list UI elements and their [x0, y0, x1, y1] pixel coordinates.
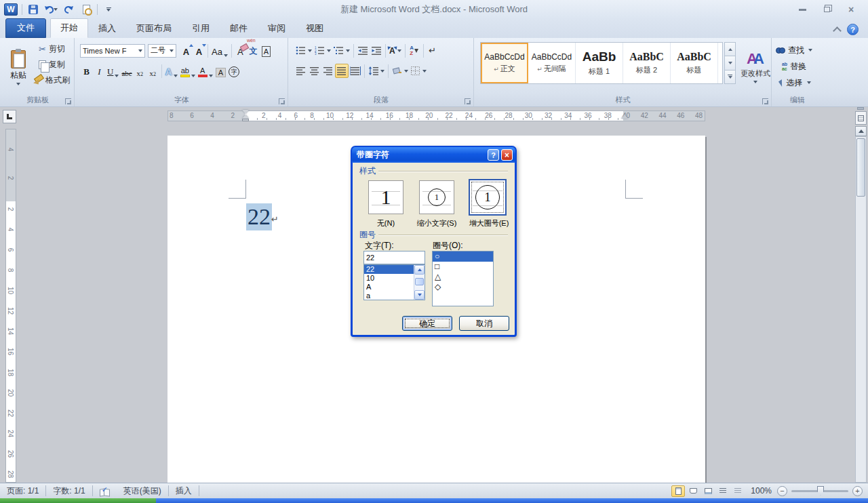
- proofing-indicator[interactable]: ✓: [93, 483, 117, 498]
- help-button[interactable]: ?: [847, 24, 859, 35]
- italic-button[interactable]: I: [93, 64, 106, 78]
- tab-mailings[interactable]: 邮件: [220, 19, 258, 38]
- grow-font-button[interactable]: A: [180, 43, 193, 58]
- numbering-arrow[interactable]: [327, 49, 331, 52]
- text-input[interactable]: [363, 251, 425, 264]
- text-effects-arrow[interactable]: [174, 75, 178, 77]
- selected-text[interactable]: 22: [246, 203, 272, 230]
- language-indicator[interactable]: 英语(美国): [117, 483, 168, 498]
- style-item-heading1[interactable]: AaBb 标题 1: [576, 43, 623, 83]
- tab-page-layout[interactable]: 页面布局: [126, 19, 182, 38]
- tab-insert[interactable]: 插入: [88, 19, 126, 38]
- enclose-characters-button[interactable]: 字: [227, 64, 241, 78]
- print-preview-button[interactable]: [79, 3, 93, 16]
- distribute-button[interactable]: [349, 64, 362, 78]
- underline-button[interactable]: U: [106, 64, 120, 78]
- superscript-button[interactable]: x2: [146, 64, 159, 78]
- replace-button[interactable]: abac 替换: [776, 60, 812, 73]
- borders-arrow[interactable]: [422, 70, 427, 73]
- align-right-button[interactable]: [321, 64, 335, 78]
- draft-view-button[interactable]: [731, 485, 745, 497]
- find-arrow[interactable]: [808, 49, 812, 52]
- list-scrollbar[interactable]: [414, 265, 425, 300]
- justify-button[interactable]: [335, 64, 349, 78]
- undo-dropdown-arrow[interactable]: [54, 8, 58, 11]
- highlight-button[interactable]: ab: [179, 64, 197, 78]
- asian-layout-arrow[interactable]: [397, 49, 401, 52]
- tab-references[interactable]: 引用: [182, 19, 220, 38]
- insert-mode-indicator[interactable]: 插入: [169, 483, 199, 498]
- zoom-out-button[interactable]: −: [777, 486, 787, 496]
- undo-button[interactable]: [44, 3, 58, 16]
- shading-button[interactable]: [391, 64, 410, 78]
- clear-formatting-button[interactable]: A: [234, 43, 247, 58]
- format-painter-button[interactable]: 格式刷: [33, 73, 71, 87]
- word-count-indicator[interactable]: 字数: 1/1: [46, 483, 92, 498]
- change-case-button[interactable]: Aa: [210, 43, 229, 58]
- split-window-handle[interactable]: [857, 107, 864, 110]
- phonetic-guide-button[interactable]: wén 文: [247, 43, 260, 58]
- copy-button[interactable]: 复制: [33, 58, 71, 71]
- indent-markers[interactable]: [242, 110, 249, 121]
- select-arrow[interactable]: [807, 81, 811, 84]
- tab-home[interactable]: 开始: [50, 18, 88, 38]
- tab-view[interactable]: 视图: [296, 19, 334, 38]
- word-logo-icon[interactable]: W: [4, 3, 18, 16]
- decrease-indent-button[interactable]: [356, 43, 370, 58]
- subscript-button[interactable]: x2: [134, 64, 146, 78]
- paragraph-dialog-launcher[interactable]: [465, 98, 471, 104]
- font-name-arrow[interactable]: [138, 49, 142, 52]
- line-spacing-button[interactable]: [367, 64, 386, 78]
- borders-button[interactable]: [410, 64, 428, 78]
- outline-view-button[interactable]: [716, 485, 730, 497]
- cancel-button[interactable]: 取消: [459, 316, 509, 331]
- highlight-arrow[interactable]: [191, 75, 195, 77]
- style-option-none[interactable]: 1: [368, 180, 403, 214]
- sort-button[interactable]: AZ: [408, 43, 421, 58]
- print-layout-view-button[interactable]: [671, 485, 685, 497]
- minimize-button[interactable]: [793, 3, 811, 16]
- ruler-toggle-button[interactable]: [855, 111, 867, 125]
- font-dialog-launcher[interactable]: [279, 98, 285, 104]
- underline-arrow[interactable]: [115, 75, 119, 77]
- style-item-no-spacing[interactable]: AaBbCcDd ↵无间隔: [528, 43, 576, 83]
- circle-option-circle[interactable]: ○: [433, 252, 493, 262]
- shading-arrow[interactable]: [404, 70, 408, 73]
- dialog-close-button[interactable]: ×: [501, 149, 513, 161]
- zoom-in-button[interactable]: +: [852, 486, 863, 496]
- save-button[interactable]: [26, 3, 40, 16]
- show-hide-marks-button[interactable]: ↵: [426, 43, 439, 58]
- gallery-more-button[interactable]: [724, 71, 736, 84]
- character-shading-button[interactable]: A: [214, 64, 227, 78]
- dialog-title-bar[interactable]: 带圈字符 ? ×: [352, 147, 515, 163]
- style-item-heading2[interactable]: AaBbC 标题 2: [623, 43, 671, 83]
- style-item-title[interactable]: AaBbC 标题: [671, 43, 718, 83]
- tab-file[interactable]: 文件: [5, 18, 46, 38]
- paste-button[interactable]: 粘贴: [5, 42, 31, 91]
- zoom-slider-track[interactable]: [791, 490, 848, 492]
- align-left-button[interactable]: [294, 64, 308, 78]
- bold-button[interactable]: B: [80, 64, 93, 78]
- font-color-button[interactable]: A: [197, 64, 214, 78]
- find-button[interactable]: 查找: [776, 43, 812, 57]
- reading-view-button[interactable]: [686, 485, 700, 497]
- tab-stop-selector[interactable]: [3, 110, 16, 123]
- asian-layout-button[interactable]: A: [388, 43, 403, 58]
- styles-dialog-launcher[interactable]: [762, 98, 768, 104]
- multilevel-list-arrow[interactable]: [346, 49, 350, 52]
- scrollbar-track[interactable]: [855, 136, 867, 483]
- align-center-button[interactable]: [308, 64, 321, 78]
- font-size-arrow[interactable]: [170, 49, 174, 52]
- strikethrough-button[interactable]: abc: [120, 64, 133, 78]
- first-line-indent-marker[interactable]: [242, 110, 249, 114]
- horizontal-ruler[interactable]: 8642 2468101214161820222426283032343638 …: [167, 110, 705, 121]
- clipboard-dialog-launcher[interactable]: [65, 98, 71, 104]
- circle-option-square[interactable]: □: [433, 262, 493, 272]
- circle-options-list[interactable]: ○ □ △ ◇: [432, 251, 494, 306]
- bullets-arrow[interactable]: [308, 49, 312, 52]
- circle-option-diamond[interactable]: ◇: [433, 282, 493, 292]
- hanging-indent-marker[interactable]: [242, 115, 249, 119]
- redo-button[interactable]: [62, 3, 75, 16]
- increase-indent-button[interactable]: [370, 43, 383, 58]
- restore-button[interactable]: [818, 3, 835, 16]
